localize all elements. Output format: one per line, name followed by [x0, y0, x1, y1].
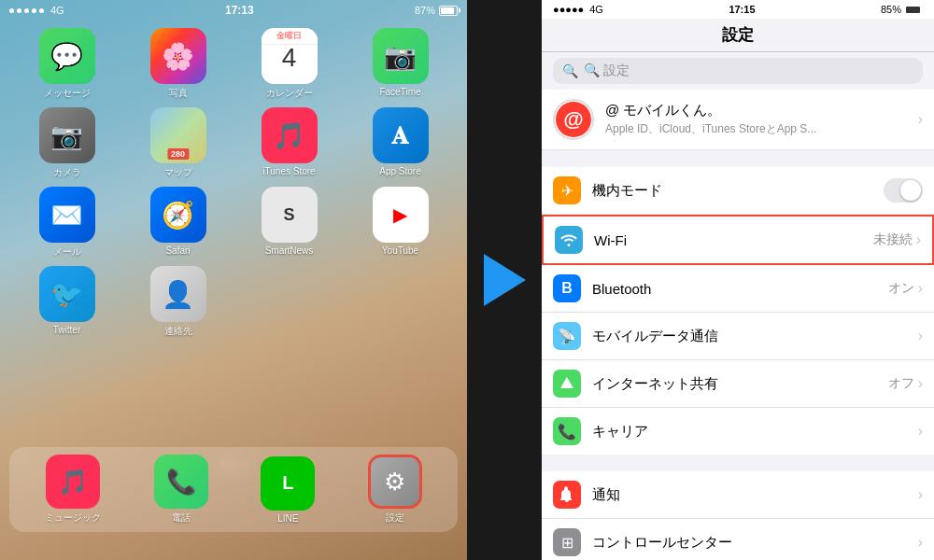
control-center-content: コントロールセンター [592, 534, 918, 552]
chevron-icon: › [918, 111, 923, 128]
internet-sharing-content: インターネット共有 [592, 375, 888, 393]
settings-notifications[interactable]: 通知 › [542, 471, 934, 519]
contacts-icon: 👤 [150, 266, 206, 322]
app-calendar[interactable]: 金曜日 4 カレンダー [237, 28, 341, 100]
network-type: 4G [50, 5, 64, 16]
youtube-label: YouTube [382, 245, 418, 256]
appstore-icon: 𝐀 [373, 107, 429, 163]
app-itunes[interactable]: 🎵 iTunes Store [237, 107, 341, 179]
account-item[interactable]: @ @ モバイルくん。 Apple ID、iCloud、iTunes Store… [542, 90, 934, 150]
music-label: ミュージック [45, 511, 101, 525]
app-appstore[interactable]: 𝐀 App Store [348, 107, 452, 179]
carrier-right: › [918, 423, 923, 440]
right-arrow [484, 254, 526, 306]
bluetooth-right: オン › [888, 280, 923, 297]
settings-internet-sharing[interactable]: インターネット共有 オフ › [542, 360, 934, 408]
battery-icon [439, 6, 458, 16]
dock-phone[interactable]: 📞 電話 [154, 455, 208, 525]
smartnews-label: SmartNews [265, 245, 314, 256]
carrier-label: キャリア [592, 423, 918, 441]
camera-icon: 📷 [39, 107, 95, 163]
mail-label: メール [53, 245, 81, 259]
wifi-content: Wi-Fi [594, 232, 873, 248]
dock: 🎵 ミュージック 📞 電話 L LINE ⚙ 設定 [9, 447, 458, 532]
toggle-knob [900, 180, 921, 201]
airplane-content: 機内モード [592, 182, 884, 200]
control-center-label: コントロールセンター [592, 534, 918, 552]
safari-label: Safari [165, 245, 190, 256]
bluetooth-status: オン [888, 280, 914, 297]
facetime-label: FaceTime [379, 87, 420, 97]
airplane-toggle[interactable] [884, 178, 923, 203]
mail-icon: ✉️ [39, 187, 95, 243]
account-chevron: › [918, 111, 923, 128]
maps-label: マップ [164, 166, 192, 179]
appstore-label: App Store [379, 166, 420, 176]
dock-music[interactable]: 🎵 ミュージック [45, 455, 101, 525]
internet-sharing-status: オフ [888, 375, 914, 392]
internet-sharing-chevron: › [918, 375, 923, 392]
settings-wifi[interactable]: Wi-Fi 未接続 › [542, 215, 934, 265]
wifi-status: 未接続 [873, 231, 913, 248]
bluetooth-chevron: › [918, 280, 923, 297]
messages-label: メッセージ [44, 87, 91, 100]
carrier-content: キャリア [592, 423, 918, 441]
line-icon: L [261, 456, 315, 511]
settings-airplane-mode[interactable]: ✈ 機内モード [542, 167, 934, 215]
signal-dots: 4G [9, 5, 64, 16]
app-smartnews[interactable]: S SmartNews [237, 187, 341, 259]
app-photos[interactable]: 🌸 写真 [126, 28, 230, 100]
app-camera[interactable]: 📷 カメラ [15, 107, 119, 179]
airplane-label: 機内モード [592, 182, 884, 200]
notifications-chevron: › [918, 486, 923, 503]
settings-control-center[interactable]: ⊞ コントロールセンター › [542, 519, 934, 560]
app-mail[interactable]: ✉️ メール [15, 187, 119, 259]
app-facetime[interactable]: 📷 FaceTime [348, 28, 452, 100]
search-icon: 🔍 [562, 63, 578, 78]
app-safari[interactable]: 🧭 Safari [126, 187, 230, 259]
wifi-icon [555, 226, 583, 254]
section-gap-2 [542, 455, 934, 471]
right-status-bar: ●●●●● 4G 17:15 85% [542, 0, 934, 19]
control-center-chevron: › [918, 534, 923, 551]
search-placeholder: 🔍 設定 [584, 63, 630, 79]
app-grid: 💬 メッセージ 🌸 写真 金曜日 4 カレンダー 📷 FaceTime 📷 カメ… [0, 21, 467, 345]
app-maps[interactable]: 280 マップ [126, 107, 230, 179]
phone-label: 電話 [172, 511, 191, 525]
left-time: 17:13 [225, 4, 254, 17]
calendar-icon: 金曜日 4 [262, 28, 318, 84]
phone-icon: 📞 [154, 455, 208, 509]
app-messages[interactable]: 💬 メッセージ [15, 28, 119, 100]
settings-search[interactable]: 🔍 🔍 設定 [553, 58, 923, 84]
photos-label: 写真 [169, 87, 188, 100]
right-battery-percent: 85% [881, 4, 901, 15]
itunes-label: iTunes Store [262, 166, 315, 176]
right-battery-icon [904, 5, 923, 15]
right-battery-area: 85% [881, 4, 923, 15]
settings-carrier[interactable]: 📞 キャリア › [542, 408, 934, 455]
app-twitter[interactable]: 🐦 Twitter [15, 266, 119, 338]
airplane-toggle-area[interactable] [884, 178, 923, 203]
settings-mobile-data[interactable]: 📡 モバイルデータ通信 › [542, 313, 934, 360]
right-time: 17:15 [729, 4, 755, 15]
notifications-icon [553, 481, 581, 509]
app-youtube[interactable]: ▶ YouTube [348, 187, 452, 259]
dock-line[interactable]: L LINE [261, 456, 315, 524]
svg-marker-0 [560, 377, 573, 388]
mobile-data-content: モバイルデータ通信 [592, 328, 918, 345]
facetime-icon: 📷 [373, 28, 429, 84]
search-bar: 🔍 🔍 設定 [542, 52, 934, 90]
right-signal: ●●●●● 4G [553, 4, 603, 15]
photos-icon: 🌸 [150, 28, 206, 84]
dock-settings[interactable]: ⚙ 設定 [368, 455, 422, 525]
left-status-bar: 4G 17:13 87% [0, 0, 467, 21]
calendar-label: カレンダー [266, 87, 313, 100]
app-contacts[interactable]: 👤 連絡先 [126, 266, 230, 338]
camera-label: カメラ [53, 166, 81, 179]
maps-icon: 280 [150, 107, 206, 163]
mobile-data-chevron: › [918, 328, 923, 344]
internet-sharing-label: インターネット共有 [592, 375, 888, 393]
battery-percent: 87% [415, 5, 435, 16]
wifi-chevron: › [916, 231, 921, 248]
settings-bluetooth[interactable]: B Bluetooth オン › [542, 265, 934, 313]
